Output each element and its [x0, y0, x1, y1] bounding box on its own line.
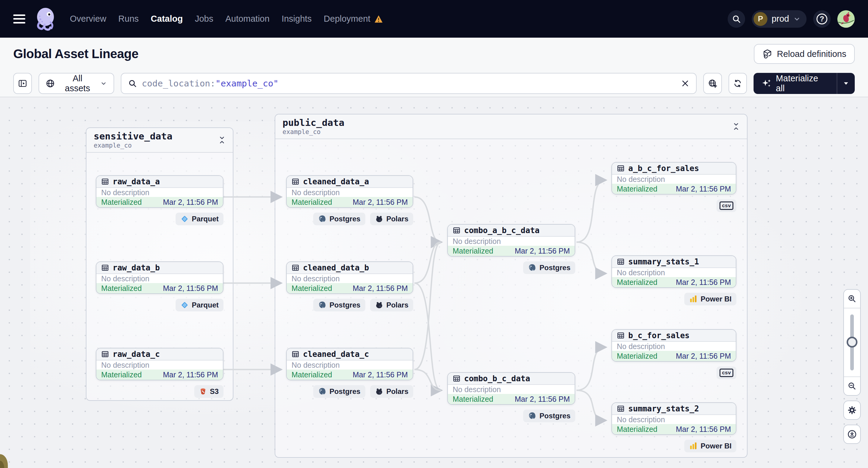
asset-name: summary_stats_1 [628, 257, 699, 266]
asset-last-materialization-time[interactable]: Mar 2, 11:56 PM [163, 370, 218, 379]
tag-label: Power BI [701, 295, 732, 303]
tag-parquet[interactable]: Parquet [176, 213, 223, 225]
zoom-out-button[interactable] [844, 377, 860, 395]
asset-status-badge: Materialized [291, 198, 332, 207]
tag-postgres[interactable]: Postgres [523, 261, 575, 274]
table-icon [453, 375, 461, 382]
asset-status-badge: Materialized [101, 370, 142, 379]
postgres-icon [528, 412, 536, 420]
table-icon [617, 164, 625, 172]
tag-postgres[interactable]: Postgres [313, 385, 365, 398]
tag-polars[interactable]: Polars [370, 299, 413, 311]
tag-polars[interactable]: Polars [370, 385, 413, 398]
asset-last-materialization-time[interactable]: Mar 2, 11:56 PM [676, 425, 731, 434]
graph-settings-button[interactable] [844, 401, 860, 419]
tag-csv[interactable]: csv [716, 367, 736, 379]
polars-icon [375, 215, 383, 223]
asset-node-a_b_c_for_sales[interactable]: a_b_c_for_salesNo descriptionMaterialize… [611, 162, 736, 194]
asset-description: No description [96, 188, 223, 197]
tag-label: Power BI [701, 442, 732, 450]
deployment-name: prod [772, 14, 789, 24]
asset-name: summary_stats_2 [628, 404, 699, 413]
asset-status-badge: Materialized [453, 395, 493, 404]
asset-last-materialization-time[interactable]: Mar 2, 11:56 PM [676, 185, 731, 193]
deployment-switcher[interactable]: P prod [752, 10, 807, 28]
asset-node-cleaned_data_b[interactable]: cleaned_data_bNo descriptionMaterialized… [286, 261, 413, 294]
asset-node-raw_data_b[interactable]: raw_data_bNo descriptionMaterializedMar … [96, 261, 223, 294]
asset-last-materialization-time[interactable]: Mar 2, 11:56 PM [676, 352, 731, 361]
gear-icon [847, 405, 857, 415]
asset-status-badge: Materialized [101, 284, 142, 293]
search-icon [128, 79, 137, 88]
refresh-graph-button[interactable] [728, 73, 747, 94]
asset-description: No description [96, 361, 223, 370]
nav-item-jobs[interactable]: Jobs [195, 14, 213, 24]
asset-node-raw_data_a[interactable]: raw_data_aNo descriptionMaterializedMar … [96, 175, 223, 208]
lineage-canvas[interactable]: sensitive_data example_co public_data ex… [0, 97, 868, 468]
asset-description: No description [448, 237, 575, 246]
materialize-all-button[interactable]: Materialize all [753, 73, 837, 94]
hamburger-menu-icon[interactable] [13, 14, 25, 24]
tag-csv[interactable]: csv [716, 199, 736, 212]
asset-last-materialization-time[interactable]: Mar 2, 11:56 PM [163, 284, 218, 293]
globe-icon [46, 79, 55, 88]
clear-search-button[interactable] [681, 79, 689, 88]
tag-polars[interactable]: Polars [370, 213, 413, 225]
nav-item-runs[interactable]: Runs [118, 14, 139, 24]
add-assets-to-graph-button[interactable] [703, 73, 722, 94]
nav-item-automation[interactable]: Automation [225, 14, 270, 24]
warning-icon [374, 15, 383, 23]
tag-powerbi[interactable]: Power BI [684, 293, 736, 305]
download-graph-button[interactable] [844, 425, 860, 443]
asset-node-summary_stats_2[interactable]: summary_stats_2No descriptionMaterialize… [611, 402, 736, 435]
tag-postgres[interactable]: Postgres [313, 213, 365, 225]
tag-postgres[interactable]: Postgres [523, 410, 575, 422]
collapse-group-icon[interactable] [218, 136, 225, 144]
asset-last-materialization-time[interactable]: Mar 2, 11:56 PM [676, 278, 731, 287]
asset-node-combo_b_c_data[interactable]: combo_b_c_dataNo descriptionMaterialized… [447, 372, 575, 405]
asset-search-input[interactable]: code_location:"example_co" [121, 73, 696, 94]
asset-node-raw_data_c[interactable]: raw_data_cNo descriptionMaterializedMar … [96, 348, 223, 380]
table-icon [453, 226, 461, 234]
asset-name: raw_data_a [113, 177, 160, 186]
collapse-group-icon[interactable] [733, 122, 740, 131]
tag-postgres[interactable]: Postgres [313, 299, 365, 311]
page-title: Global Asset Lineage [13, 47, 138, 61]
asset-last-materialization-time[interactable]: Mar 2, 11:56 PM [353, 370, 408, 379]
user-avatar[interactable] [837, 10, 855, 28]
asset-last-materialization-time[interactable]: Mar 2, 11:56 PM [515, 247, 570, 255]
asset-last-materialization-time[interactable]: Mar 2, 11:56 PM [515, 395, 570, 404]
powerbi-icon [689, 295, 698, 303]
help-icon: ? [816, 13, 827, 24]
asset-node-combo_a_b_c_data[interactable]: combo_a_b_c_dataNo descriptionMaterializ… [447, 224, 575, 257]
nav-item-deployment[interactable]: Deployment [324, 14, 383, 24]
nav-item-catalog[interactable]: Catalog [151, 14, 183, 24]
tag-parquet[interactable]: Parquet [176, 299, 223, 311]
reload-definitions-button[interactable]: Reload definitions [754, 44, 855, 64]
asset-last-materialization-time[interactable]: Mar 2, 11:56 PM [353, 284, 408, 293]
asset-node-summary_stats_1[interactable]: summary_stats_1No descriptionMaterialize… [611, 255, 736, 288]
nav-item-insights[interactable]: Insights [282, 14, 312, 24]
zoom-in-button[interactable] [844, 290, 860, 308]
materialize-options-button[interactable] [837, 73, 855, 94]
asset-last-materialization-time[interactable]: Mar 2, 11:56 PM [163, 198, 218, 207]
asset-node-cleaned_data_a[interactable]: cleaned_data_aNo descriptionMaterialized… [286, 175, 413, 208]
tag-powerbi[interactable]: Power BI [684, 440, 736, 453]
asset-last-materialization-time[interactable]: Mar 2, 11:56 PM [353, 198, 408, 207]
asset-node-b_c_for_sales[interactable]: b_c_for_salesNo descriptionMaterializedM… [611, 329, 736, 362]
asset-node-cleaned_data_c[interactable]: cleaned_data_cNo descriptionMaterialized… [286, 348, 413, 380]
asset-scope-dropdown[interactable]: All assets [38, 73, 114, 94]
zoom-slider[interactable] [844, 308, 860, 376]
table-icon [291, 350, 299, 358]
postgres-icon [528, 263, 536, 272]
help-button[interactable]: ? [813, 10, 831, 28]
nav-item-overview[interactable]: Overview [70, 14, 106, 24]
zoom-slider-thumb[interactable] [847, 337, 858, 347]
global-search-button[interactable] [727, 10, 745, 28]
tag-s3[interactable]: S3 [194, 385, 223, 398]
asset-description: No description [287, 361, 413, 370]
dagster-logo[interactable] [35, 7, 55, 31]
open-asset-panel-button[interactable] [13, 73, 32, 94]
asset-description: No description [287, 274, 413, 283]
asset-name: cleaned_data_c [303, 350, 369, 359]
